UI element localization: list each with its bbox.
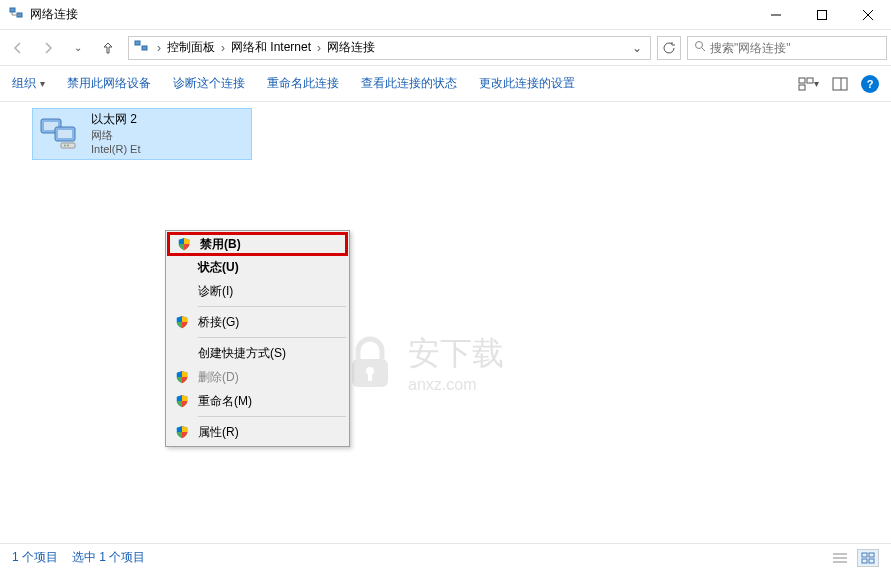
- menu-item-4[interactable]: 桥接(G): [168, 310, 347, 334]
- svg-rect-20: [58, 130, 72, 138]
- watermark-main: 安下载: [408, 332, 504, 376]
- menu-separator: [198, 306, 346, 307]
- help-icon[interactable]: ?: [861, 75, 879, 93]
- watermark: 安下载 anxz.com: [340, 332, 504, 394]
- svg-rect-8: [135, 41, 140, 45]
- toolbar-status[interactable]: 查看此连接的状态: [361, 75, 457, 92]
- up-button[interactable]: [94, 34, 122, 62]
- shield-icon: [174, 393, 190, 409]
- svg-rect-0: [10, 8, 15, 12]
- breadcrumb-sep-icon: ›: [153, 41, 165, 55]
- svg-rect-24: [352, 359, 388, 387]
- network-connections-icon: [8, 5, 24, 24]
- menu-separator: [198, 337, 346, 338]
- large-icons-view-button[interactable]: [857, 549, 879, 567]
- menu-item-2[interactable]: 诊断(I): [168, 279, 347, 303]
- menu-item-7: 删除(D): [168, 365, 347, 389]
- breadcrumb-control-panel[interactable]: 控制面板: [165, 39, 217, 56]
- network-adapter-text: 以太网 2 网络 Intel(R) Et: [91, 112, 141, 156]
- back-button[interactable]: [4, 34, 32, 62]
- forward-button[interactable]: [34, 34, 62, 62]
- statusbar: 1 个项目 选中 1 个项目: [0, 543, 891, 571]
- context-menu: 禁用(B)状态(U)诊断(I)桥接(G)创建快捷方式(S)删除(D)重命名(M)…: [165, 230, 350, 447]
- breadcrumb-network-internet[interactable]: 网络和 Internet: [229, 39, 313, 56]
- menu-item-6[interactable]: 创建快捷方式(S): [168, 341, 347, 365]
- adapter-status: 网络: [91, 128, 141, 142]
- search-icon: [694, 40, 706, 55]
- blank-icon: [174, 283, 190, 299]
- svg-rect-32: [862, 559, 867, 563]
- menu-item-8[interactable]: 重命名(M): [168, 389, 347, 413]
- menu-item-label: 桥接(G): [198, 314, 239, 331]
- svg-point-25: [366, 367, 374, 375]
- menu-item-0[interactable]: 禁用(B): [167, 232, 348, 256]
- menu-item-label: 属性(R): [198, 424, 239, 441]
- menu-item-label: 删除(D): [198, 369, 239, 386]
- svg-rect-5: [818, 10, 827, 19]
- toolbar-rename[interactable]: 重命名此连接: [267, 75, 339, 92]
- svg-rect-14: [799, 85, 805, 90]
- shield-icon: [176, 236, 192, 252]
- organize-button[interactable]: 组织 ▾: [12, 75, 45, 92]
- watermark-sub: anxz.com: [408, 376, 504, 394]
- minimize-button[interactable]: [753, 0, 799, 30]
- shield-icon: [174, 314, 190, 330]
- search-input[interactable]: [710, 41, 880, 55]
- addressbar[interactable]: › 控制面板 › 网络和 Internet › 网络连接 ⌄: [128, 36, 651, 60]
- menu-item-label: 禁用(B): [200, 236, 241, 253]
- svg-rect-13: [807, 78, 813, 83]
- menu-item-label: 状态(U): [198, 259, 239, 276]
- menu-separator: [198, 416, 346, 417]
- menu-item-label: 重命名(M): [198, 393, 252, 410]
- titlebar: 网络连接: [0, 0, 891, 30]
- svg-rect-9: [142, 46, 147, 50]
- ethernet-adapter-icon: [37, 113, 83, 155]
- menu-item-label: 创建快捷方式(S): [198, 345, 286, 362]
- svg-rect-30: [862, 553, 867, 557]
- breadcrumb-network-connections[interactable]: 网络连接: [325, 39, 377, 56]
- details-view-button[interactable]: [829, 549, 851, 567]
- titlebar-left: 网络连接: [0, 5, 78, 24]
- svg-rect-15: [833, 78, 847, 90]
- shield-icon: [174, 369, 190, 385]
- menu-item-label: 诊断(I): [198, 283, 233, 300]
- toolbar-disable[interactable]: 禁用此网络设备: [67, 75, 151, 92]
- refresh-button[interactable]: [657, 36, 681, 60]
- svg-rect-12: [799, 78, 805, 83]
- recent-dropdown[interactable]: ⌄: [64, 34, 92, 62]
- breadcrumb-sep-icon: ›: [217, 41, 229, 55]
- close-button[interactable]: [845, 0, 891, 30]
- adapter-description: Intel(R) Et: [91, 142, 141, 156]
- navbar: ⌄ › 控制面板 › 网络和 Internet › 网络连接 ⌄: [0, 30, 891, 66]
- svg-point-23: [67, 145, 69, 147]
- toolbar: 组织 ▾ 禁用此网络设备 诊断这个连接 重命名此连接 查看此连接的状态 更改此连…: [0, 66, 891, 102]
- shield-icon: [174, 424, 190, 440]
- svg-rect-33: [869, 559, 874, 563]
- svg-point-10: [696, 42, 703, 49]
- view-options-icon[interactable]: ▾: [797, 73, 819, 95]
- breadcrumb-sep-icon: ›: [313, 41, 325, 55]
- blank-icon: [174, 345, 190, 361]
- addressbar-dropdown[interactable]: ⌄: [628, 41, 646, 55]
- addressbar-icon: [133, 38, 149, 57]
- menu-item-10[interactable]: 属性(R): [168, 420, 347, 444]
- status-selected: 选中 1 个项目: [72, 549, 145, 566]
- toolbar-right: ▾ ?: [797, 73, 879, 95]
- svg-point-22: [64, 145, 66, 147]
- svg-rect-26: [368, 373, 372, 381]
- toolbar-diagnose[interactable]: 诊断这个连接: [173, 75, 245, 92]
- maximize-button[interactable]: [799, 0, 845, 30]
- status-item-count: 1 个项目: [12, 549, 58, 566]
- svg-line-11: [702, 48, 705, 51]
- statusbar-right: [829, 549, 879, 567]
- window-title: 网络连接: [30, 6, 78, 23]
- preview-pane-icon[interactable]: [829, 73, 851, 95]
- toolbar-settings[interactable]: 更改此连接的设置: [479, 75, 575, 92]
- network-adapter-item[interactable]: 以太网 2 网络 Intel(R) Et: [32, 108, 252, 160]
- adapter-name: 以太网 2: [91, 112, 141, 128]
- menu-item-1[interactable]: 状态(U): [168, 255, 347, 279]
- svg-rect-31: [869, 553, 874, 557]
- searchbox[interactable]: [687, 36, 887, 60]
- window-controls: [753, 0, 891, 30]
- blank-icon: [174, 259, 190, 275]
